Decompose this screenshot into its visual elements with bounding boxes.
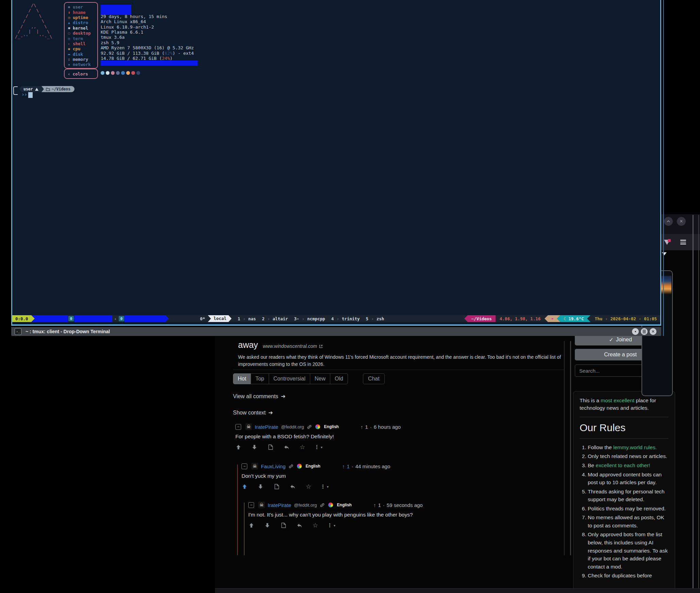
show-context-link[interactable]: Show context ➔ [233,409,273,416]
fastfetch-value-memory: 14.78 GiB / 62.71 GiB (24%) [101,56,194,61]
browser-scrollbar[interactable] [693,215,694,593]
powerline-arrow-icon [557,315,560,322]
sort-tab-new[interactable]: New [310,373,330,384]
comment-author-link[interactable]: IratePirate [255,424,278,430]
sort-tab-controversial[interactable]: Controversial [269,373,310,384]
rule-link[interactable]: excellent to each other! [596,462,650,468]
rule-item-3: Be excellent to each other! [588,461,669,470]
reply-button[interactable] [296,522,302,528]
view-source-button[interactable] [273,484,280,490]
avatar[interactable]: ☠ [245,423,252,430]
upvote-button[interactable] [241,484,248,490]
search-input[interactable] [575,365,647,377]
rule-item-8: Only approved bots from the list below, … [588,530,669,571]
sort-tab-hot[interactable]: Hot [233,373,251,384]
powerline-arrow-icon [31,315,35,322]
link-icon[interactable] [307,424,312,429]
fastfetch-row-cpu: ◉cpu [67,46,97,51]
comment-author-link[interactable]: IratePirate [268,502,291,508]
tmux-window[interactable]: 1›nas [238,316,256,321]
check-icon: ✓ [609,337,613,343]
window-restore-button[interactable] [664,217,673,226]
upvote-button[interactable] [235,444,241,450]
fastfetch-row-desktop: ▢desktop [67,31,97,36]
tmux-window[interactable]: 3-›ncmpcpp [294,316,325,321]
extension-icon[interactable] [664,240,670,245]
tmux-flag-icon: 0 [119,316,124,321]
terminal-titlebar[interactable]: ›_ ~ : tmux: client - Drop-Down Terminal… [11,327,661,336]
save-button[interactable]: ☆ [299,444,305,450]
tmux-window[interactable]: 5›zsh [366,316,384,321]
avatar[interactable]: ☠ [258,502,265,508]
fastfetch-label: user [73,4,83,10]
reply-button[interactable] [283,444,289,450]
term-icon: ▤ [67,37,71,40]
minimize-button[interactable]: • [632,328,639,335]
view-source-button[interactable] [280,522,286,528]
comment-meta: ↑ 1 · 6 hours ago [361,424,401,430]
window-close-button[interactable]: × [677,217,686,226]
comment-body: Don't yuck my yum [241,473,390,479]
extension-badge [668,239,671,242]
save-button[interactable]: ☆ [305,484,312,490]
terminal-screen[interactable]: /\ / \ / \ / \ / ,, \ / | | \ /_-'' ''-_… [11,0,661,326]
keep-above-button[interactable] [641,328,648,335]
view-all-comments-link[interactable]: View all comments ➔ [233,393,286,400]
downvote-button[interactable] [257,484,264,490]
close-button[interactable]: ✕ [650,328,656,335]
kebab-icon: ⋮ [327,522,333,528]
sort-tab-top[interactable]: Top [251,373,269,384]
tmux-window[interactable]: 2›altair [262,316,288,321]
arch-ascii-logo: /\ / \ / \ / \ / ,, \ / | | \ /_-'' ''-_… [15,3,52,39]
upvote-button[interactable] [248,522,254,528]
fastfetch-value-distro: Arch Linux x86_64 [101,19,194,24]
more-actions-button[interactable]: ⋮▾ [315,444,321,450]
post-domain-link[interactable]: www.windowscentral.com [263,343,323,349]
browser-bottom-edge [215,588,700,593]
reply-button[interactable] [289,484,296,490]
link-icon[interactable] [288,464,294,469]
comments-scrollbar[interactable] [570,341,571,555]
comment-author-link[interactable]: FauxLiving [261,463,286,469]
sort-tab-old[interactable]: Old [330,373,348,384]
post-body: We asked our readers what they think of … [238,354,564,368]
tmux-window-index: 2 [262,316,265,321]
tmux-window-active[interactable]: 0*local [200,315,232,322]
load-average: 4.86, 1.98, 1.16 [496,315,545,322]
more-actions-button[interactable]: ⋮▾ [328,522,334,528]
comment-time: 59 seconds ago [387,502,423,508]
community-sidebar-card: This is a most excellent place for techn… [573,391,675,593]
fastfetch-label: network [73,62,91,67]
rule-link[interactable]: lemmy.world rules. [613,444,657,450]
view-source-button[interactable] [267,444,273,450]
save-button[interactable]: ☆ [312,522,318,528]
fastfetch-row-memory: ▯memory [67,57,97,62]
sort-tab-chat[interactable]: Chat [363,373,385,384]
menu-icon[interactable] [680,240,686,244]
fastfetch-row-user: ●user [67,4,97,10]
downvote-button[interactable] [264,522,270,528]
comment-depth-line [237,464,238,555]
comment-meta: ↑ 1 · 59 seconds ago [373,502,423,508]
avatar[interactable]: ☠ [251,463,258,470]
link-icon[interactable] [320,503,325,508]
downvote-button[interactable] [251,444,257,450]
fastfetch-row-term: ▤term [67,36,97,41]
more-actions-button[interactable]: ⋮▾ [321,484,328,490]
fastfetch-row-kernel: ⊛kernel [67,26,97,31]
prompt-user: user [23,87,33,91]
chevron-up-icon [666,219,670,223]
powerline-arrow-icon [545,315,548,322]
fastfetch-value-desktop: KDE Plasma 6.6.1 [101,30,194,35]
collapse-comment-button[interactable]: − [241,463,247,469]
angle-separator-icon: › [371,316,374,321]
collapse-comment-button[interactable]: − [235,424,241,430]
community-description-link[interactable]: most excellent [601,397,634,403]
tmux-window[interactable]: 4›trinity [331,316,360,321]
collapse-comment-button[interactable]: − [248,502,254,508]
chevron-down-icon: ▾ [321,445,322,449]
uptime-icon: ◷ [67,16,71,19]
arrow-right-icon: ➔ [281,393,285,400]
fastfetch-row-shell: ▹shell [67,41,97,46]
comment: − ☠ FauxLiving English ↑ 1 · 44 minutes … [241,462,390,490]
